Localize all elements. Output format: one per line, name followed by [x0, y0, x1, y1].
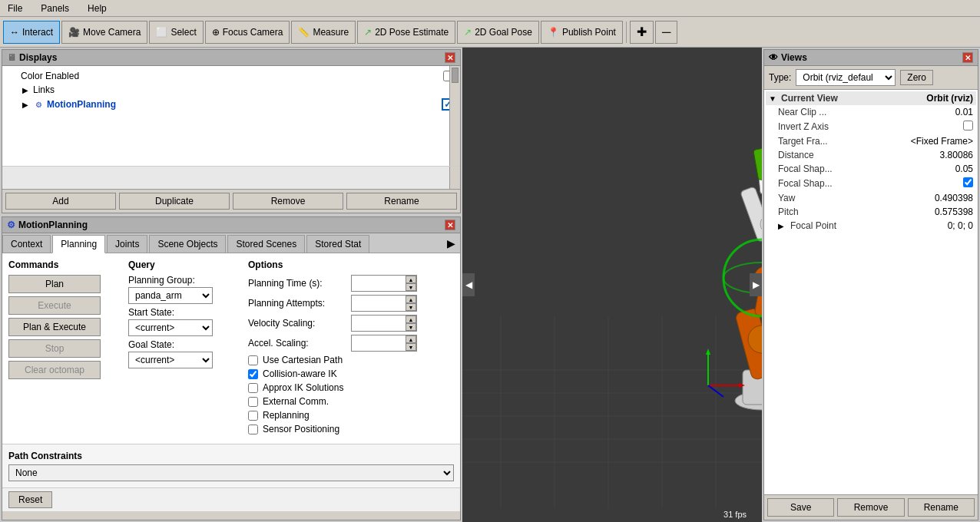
minus-button[interactable]: ─ — [655, 21, 677, 44]
constraint-select[interactable]: None — [8, 464, 454, 481]
motion-planning-expand[interactable]: ▶ — [21, 100, 30, 109]
planning-attempts-row: Planning Attempts: 10 ▲ ▼ — [248, 295, 454, 312]
save-view-button[interactable]: Save — [767, 498, 834, 517]
pitch-value: 0.575398 — [935, 206, 973, 217]
velocity-input[interactable]: 0.10 — [352, 316, 406, 330]
planning-attempts-down[interactable]: ▼ — [406, 303, 416, 311]
move-camera-button[interactable]: 🎥 Move Camera — [61, 21, 147, 44]
use-cartesian-checkbox[interactable] — [248, 355, 258, 365]
sensor-positioning-row: Sensor Positioning — [248, 424, 454, 434]
replanning-checkbox[interactable] — [248, 411, 258, 421]
plan-button[interactable]: Plan — [8, 275, 101, 293]
external-comm-checkbox[interactable] — [248, 397, 258, 407]
tab-context[interactable]: Context — [2, 235, 51, 253]
menu-file[interactable]: File — [3, 2, 27, 15]
2d-goal-icon: ↗ — [464, 27, 472, 38]
focal-shape2-checkbox[interactable] — [963, 177, 973, 187]
2d-goal-button[interactable]: ↗ 2D Goal Pose — [457, 21, 539, 44]
duplicate-display-button[interactable]: Duplicate — [119, 193, 230, 210]
views-close-button[interactable]: ✕ — [962, 52, 973, 63]
add-button[interactable]: ✚ — [630, 21, 654, 44]
links-expand-arrow[interactable]: ▶ — [21, 85, 30, 94]
viewport-right-arrow[interactable]: ▶ — [750, 273, 762, 296]
tab-stored-stat[interactable]: Stored Stat — [306, 235, 369, 253]
stop-button[interactable]: Stop — [8, 339, 101, 358]
planning-group-label: Planning Group: — [128, 275, 236, 286]
tab-more-arrow[interactable]: ▶ — [442, 236, 460, 251]
focal-point-expand[interactable]: ▶ — [778, 222, 787, 230]
clear-octomap-button[interactable]: Clear octomap — [8, 361, 101, 379]
current-view-expand[interactable]: ▼ — [769, 94, 778, 103]
interact-label: Interact — [22, 27, 53, 38]
planning-group-select[interactable]: panda_arm — [128, 287, 213, 304]
menu-panels[interactable]: Panels — [36, 2, 74, 15]
displays-titlebar: 🖥 Displays ✕ — [2, 50, 460, 66]
invert-z-value — [963, 121, 973, 133]
velocity-up[interactable]: ▲ — [406, 316, 416, 323]
planning-time-up[interactable]: ▲ — [406, 276, 416, 283]
views-header: 👁 Views ✕ — [764, 50, 978, 66]
tab-joints[interactable]: Joints — [107, 235, 147, 253]
rename-view-button[interactable]: Rename — [908, 498, 975, 517]
commands-title: Commands — [8, 259, 116, 270]
replanning-label: Replanning — [263, 410, 310, 421]
distance-row: Distance 3.80086 — [766, 148, 976, 162]
views-icon: 👁 — [769, 52, 778, 63]
start-state-select[interactable]: <current> — [128, 319, 213, 336]
planning-time-down[interactable]: ▼ — [406, 283, 416, 291]
velocity-down[interactable]: ▼ — [406, 323, 416, 331]
add-display-button[interactable]: Add — [5, 193, 116, 210]
views-type-label: Type: — [769, 72, 791, 83]
displays-scrollbar-lower[interactable] — [449, 167, 460, 189]
select-button[interactable]: ⬜ Select — [149, 21, 203, 44]
planning-time-input[interactable]: 5.0 — [352, 276, 406, 290]
displays-close-button[interactable]: ✕ — [445, 52, 455, 63]
motion-icon: ⚙ — [7, 220, 15, 230]
select-label: Select — [171, 27, 196, 38]
motion-close-button[interactable]: ✕ — [445, 220, 455, 230]
left-panel: 🖥 Displays ✕ Color Enabled ▶ Links — [0, 48, 462, 522]
execute-button[interactable]: Execute — [8, 296, 101, 315]
invert-z-checkbox[interactable] — [963, 121, 973, 130]
displays-panel: 🖥 Displays ✕ Color Enabled ▶ Links — [2, 49, 461, 213]
accel-up[interactable]: ▲ — [406, 335, 416, 343]
views-type-select[interactable]: Orbit (rviz_defaul — [796, 69, 896, 86]
plan-execute-button[interactable]: Plan & Execute — [8, 318, 101, 336]
goal-state-select[interactable]: <current> — [128, 352, 213, 368]
measure-button[interactable]: 📏 Measure — [291, 21, 356, 44]
remove-display-button[interactable]: Remove — [233, 193, 343, 210]
focus-camera-button[interactable]: ⊕ Focus Camera — [205, 21, 290, 44]
planning-attempts-up[interactable]: ▲ — [406, 296, 416, 303]
reset-button[interactable]: Reset — [8, 491, 52, 508]
remove-view-button[interactable]: Remove — [837, 498, 904, 517]
displays-scroll-thumb[interactable] — [452, 68, 459, 83]
displays-scrollbar[interactable] — [449, 66, 460, 166]
publish-point-button[interactable]: 📍 Publish Point — [541, 21, 623, 44]
accel-scaling-row: Accel. Scaling: 0.10 ▲ ▼ — [248, 335, 454, 352]
menu-help[interactable]: Help — [83, 2, 111, 15]
measure-icon: 📏 — [298, 27, 310, 38]
tab-scene-objects[interactable]: Scene Objects — [149, 235, 226, 253]
approx-ik-checkbox[interactable] — [248, 383, 258, 393]
tab-stored-scenes[interactable]: Stored Scenes — [227, 235, 305, 253]
viewport-left-arrow[interactable]: ◀ — [462, 273, 475, 296]
collision-ik-checkbox[interactable] — [248, 369, 258, 379]
accel-input[interactable]: 0.10 — [352, 336, 406, 350]
path-constraints-section: Path Constraints None — [2, 444, 460, 487]
rename-display-button[interactable]: Rename — [346, 193, 457, 210]
3d-viewport[interactable]: ◀ ▶ 31 fps — [462, 48, 762, 522]
motion-titlebar: ⚙ MotionPlanning ✕ — [2, 217, 460, 233]
2d-pose-label: 2D Pose Estimate — [375, 27, 449, 38]
tab-planning[interactable]: Planning — [52, 235, 105, 253]
interact-button[interactable]: ↔ Interact — [3, 21, 60, 44]
approx-ik-label: Approx IK Solutions — [263, 382, 343, 393]
accel-down[interactable]: ▼ — [406, 343, 416, 351]
replanning-row: Replanning — [248, 410, 454, 421]
views-zero-button[interactable]: Zero — [900, 70, 933, 85]
planning-attempts-input[interactable]: 10 — [352, 296, 406, 310]
sensor-positioning-checkbox[interactable] — [248, 425, 258, 434]
current-view-header: ▼ Current View Orbit (rviz) — [766, 91, 976, 105]
2d-pose-button[interactable]: ↗ 2D Pose Estimate — [357, 21, 455, 44]
motion-title: MotionPlanning — [18, 220, 88, 230]
motion-planning-type-icon: ⚙ — [33, 99, 44, 110]
